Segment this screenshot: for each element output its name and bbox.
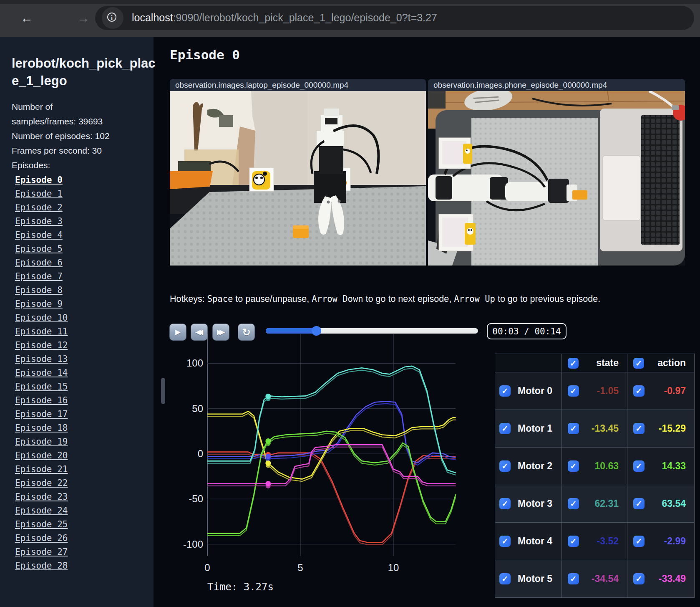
video-phone[interactable]: observation.images.phone_episode_000000.… [428, 79, 685, 266]
dataset-info-line: Number of [12, 99, 154, 114]
episode-link[interactable]: Episode 13 [15, 352, 154, 366]
episode-link[interactable]: Episode 17 [15, 407, 154, 421]
episode-link[interactable]: Episode 16 [15, 394, 154, 407]
episode-link[interactable]: Episode 18 [15, 421, 154, 435]
motor-0-state-checkbox[interactable] [568, 385, 579, 397]
motor-cell: Motor 1 [495, 410, 562, 448]
episode-list: Episode 0Episode 1Episode 2Episode 3Epis… [12, 173, 154, 573]
episode-link[interactable]: Episode 24 [15, 504, 154, 518]
episode-link[interactable]: Episode 1 [15, 187, 154, 201]
video-phone-title: observation.images.phone_episode_000000.… [428, 79, 685, 91]
svg-text:5: 5 [297, 562, 303, 573]
motor-3-action-checkbox[interactable] [633, 498, 645, 509]
state-cell: 10.63 [562, 448, 627, 485]
motor-2-checkbox[interactable] [499, 460, 511, 472]
select-all-state-checkbox[interactable] [568, 358, 579, 369]
table-header-row: stateaction [495, 354, 695, 372]
svg-text:-100: -100 [183, 539, 203, 550]
hotkey-text: Hotkeys: [170, 294, 207, 304]
episode-link[interactable]: Episode 10 [15, 311, 154, 325]
motor-4-state-checkbox[interactable] [568, 536, 579, 547]
episode-link[interactable]: Episode 22 [15, 476, 154, 490]
state-cell: -1.05 [562, 372, 627, 410]
action-cell: 63.54 [627, 485, 695, 523]
state-cell: -34.54 [562, 560, 627, 598]
episode-link[interactable]: Episode 25 [15, 518, 154, 531]
motor-4-action-checkbox[interactable] [633, 536, 645, 547]
motor-5-checkbox[interactable] [499, 573, 511, 584]
address-bar[interactable]: i localhost:9090/lerobot/koch_pick_place… [95, 6, 694, 30]
dataset-info-line: Number of episodes: 102 [12, 129, 154, 143]
motor-1-checkbox[interactable] [499, 423, 511, 434]
video-laptop[interactable]: observation.images.laptop_episode_000000… [170, 79, 426, 266]
state-cell: -3.52 [562, 523, 627, 560]
episode-link[interactable]: Episode 23 [15, 490, 154, 504]
action-cell: -0.97 [627, 372, 695, 410]
panda-box [249, 168, 274, 191]
motor-3-state-checkbox[interactable] [568, 498, 579, 509]
orange-brick [293, 225, 309, 238]
svg-text:0: 0 [204, 562, 210, 573]
motor-1-action-checkbox[interactable] [633, 423, 645, 434]
browser-forward-icon[interactable]: → [76, 11, 91, 26]
episode-link[interactable]: Episode 21 [15, 463, 154, 476]
motor-label: Motor 4 [518, 536, 552, 547]
episode-link[interactable]: Episode 11 [15, 325, 154, 339]
motor-label: Motor 3 [518, 498, 552, 509]
motor-3-checkbox[interactable] [499, 498, 511, 509]
header-cell-empty [495, 354, 562, 372]
motor-2-action-checkbox[interactable] [633, 460, 645, 472]
table-row: Motor 362.3163.54 [495, 485, 695, 523]
column-label-state: state [579, 357, 627, 369]
episode-link[interactable]: Episode 8 [15, 283, 154, 297]
svg-text:100: 100 [186, 357, 203, 369]
episode-link[interactable]: Episode 6 [15, 256, 154, 270]
state-value: 10.63 [579, 460, 627, 472]
select-all-action-checkbox[interactable] [633, 358, 644, 369]
motor-table: stateactionMotor 0-1.05-0.97Motor 1-13.4… [495, 354, 695, 598]
browser-back-icon[interactable]: ← [19, 11, 34, 26]
motor-0-action-checkbox[interactable] [633, 385, 645, 397]
episode-link[interactable]: Episode 2 [15, 201, 154, 215]
browser-chrome: ← → ↻ i localhost:9090/lerobot/koch_pick… [0, 0, 700, 37]
episode-link[interactable]: Episode 19 [15, 435, 154, 449]
url-host: localhost [132, 12, 173, 23]
svg-text:0: 0 [198, 448, 203, 459]
main-content: Episode 0 observation.images.laptop_epis… [154, 37, 700, 607]
motor-2-state-checkbox[interactable] [568, 460, 579, 472]
motor-5-action-checkbox[interactable] [633, 573, 645, 584]
episode-link[interactable]: Episode 27 [15, 545, 154, 559]
table-row: Motor 1-13.45-15.29 [495, 410, 695, 448]
sidebar: lerobot/koch_pick_place_1_lego Number of… [0, 37, 154, 607]
episode-link[interactable]: Episode 0 [15, 173, 154, 187]
motor-1-state-checkbox[interactable] [568, 423, 579, 434]
video-laptop-preview [170, 91, 426, 266]
episode-link[interactable]: Episode 20 [15, 449, 154, 463]
motor-5-state-checkbox[interactable] [568, 573, 579, 584]
episode-link[interactable]: Episode 5 [15, 242, 154, 256]
motor-0-checkbox[interactable] [499, 385, 511, 397]
episode-link[interactable]: Episode 26 [15, 531, 154, 545]
motor-4-checkbox[interactable] [499, 536, 511, 547]
episode-link[interactable]: Episode 28 [15, 559, 154, 573]
site-info-icon[interactable]: i [102, 7, 123, 29]
episode-link[interactable]: Episode 7 [15, 270, 154, 283]
hotkey-key: Arrow Up [454, 294, 495, 304]
episode-link[interactable]: Episode 3 [15, 215, 154, 228]
dataset-info-line: Frames per second: 30 [12, 143, 154, 158]
episode-link[interactable]: Episode 14 [15, 366, 154, 380]
progress-fill [266, 328, 316, 334]
episode-link[interactable]: Episode 15 [15, 380, 154, 394]
video-progress-slider[interactable] [266, 328, 478, 334]
video-phone-preview [428, 91, 685, 266]
episode-link[interactable]: Episode 4 [15, 228, 154, 242]
state-value: -13.45 [579, 423, 627, 434]
series-state-Motor 0 [207, 454, 456, 545]
dataset-info: Number ofsamples/frames: 39693Number of … [12, 99, 154, 172]
time-display: 00:03 / 00:14 [487, 323, 567, 339]
video-laptop-title: observation.images.laptop_episode_000000… [170, 79, 426, 91]
episode-link[interactable]: Episode 12 [15, 339, 154, 352]
action-value: 14.33 [645, 460, 694, 472]
motor-label: Motor 1 [518, 423, 552, 434]
episode-link[interactable]: Episode 9 [15, 297, 154, 311]
